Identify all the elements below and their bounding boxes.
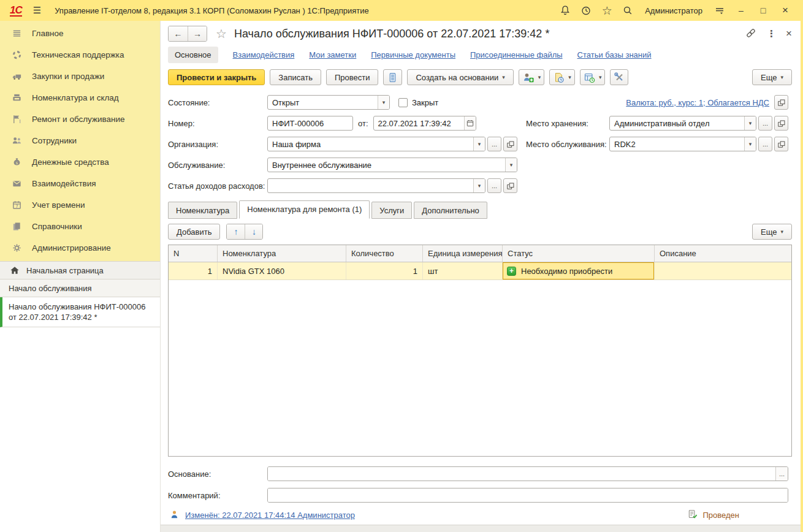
table-row[interactable]: 1 NVidia GTX 1060 1 шт + Необходимо прио… — [169, 262, 791, 280]
service-place-choose-button[interactable]: ... — [758, 137, 772, 151]
organization-combobox[interactable]: Наша фирма ▾ — [267, 137, 485, 151]
storage-place-choose-button[interactable]: ... — [758, 116, 772, 131]
notifications-bell-icon[interactable] — [557, 2, 574, 18]
more-button[interactable]: Еще ▾ — [752, 69, 792, 85]
basis-input[interactable] — [268, 467, 775, 481]
close-window-button[interactable]: × — [776, 2, 794, 18]
calendar-icon[interactable] — [464, 116, 476, 130]
comment-input[interactable] — [268, 488, 788, 502]
expense-item-dropdown-icon[interactable]: ▾ — [473, 179, 485, 192]
organization-open-button[interactable] — [503, 137, 517, 151]
expense-item-open-button[interactable] — [503, 178, 517, 193]
number-input[interactable]: НФИТ-000006 — [267, 116, 353, 131]
tab-nomenclature-for-repair[interactable]: Номенклатура для ремонта (1) — [239, 200, 370, 219]
expense-item-combobox[interactable]: ▾ — [267, 178, 485, 193]
post-button[interactable]: Провести — [326, 69, 379, 85]
sidebar-item-tech-support[interactable]: Техническая поддержка — [0, 44, 160, 66]
cell-n[interactable]: 1 — [169, 262, 218, 279]
main-menu-icon[interactable]: ☰ — [33, 5, 41, 16]
sidebar-item-label: Справочники — [32, 222, 82, 231]
tab-interactions[interactable]: Взаимодействия — [233, 50, 295, 59]
assign-person-button[interactable]: ▾ — [519, 69, 545, 85]
cell-status[interactable]: + Необходимо приобрести — [503, 262, 655, 279]
favorites-star-icon[interactable]: ☆ — [598, 2, 615, 18]
tab-primary-documents[interactable]: Первичные документы — [371, 50, 455, 59]
open-window-group-item[interactable]: Начало обслуживания — [0, 279, 160, 297]
move-row-up-button[interactable]: ↑ — [227, 224, 245, 239]
create-based-on-button[interactable]: Создать на основании ▾ — [407, 69, 513, 85]
sidebar-item-employees[interactable]: Сотрудники — [0, 130, 160, 151]
history-icon[interactable] — [577, 2, 595, 18]
service-place-combobox[interactable]: RDK2 ▾ — [609, 137, 756, 151]
add-row-button[interactable]: Добавить — [168, 224, 220, 240]
cell-nomenclature[interactable]: NVidia GTX 1060 — [218, 262, 346, 279]
service-type-combobox[interactable]: Внутреннее обслуживание ▾ — [267, 158, 517, 172]
state-combobox[interactable]: Открыт ▾ — [267, 95, 390, 110]
column-header-n[interactable]: N — [169, 245, 218, 262]
tab-attached-files[interactable]: Присоединенные файлы — [470, 50, 563, 59]
tab-main[interactable]: Основное — [168, 47, 218, 63]
basis-choose-button[interactable]: ... — [775, 467, 788, 481]
close-document-button[interactable]: × — [786, 28, 792, 40]
favorite-star-icon[interactable]: ☆ — [216, 26, 227, 41]
service-menu-icon[interactable] — [711, 2, 728, 18]
home-page-item[interactable]: Начальная страница — [0, 261, 160, 279]
column-header-unit[interactable]: Единица измерения — [423, 245, 503, 262]
move-row-down-button[interactable]: ↓ — [245, 224, 262, 239]
get-link-icon[interactable] — [745, 27, 757, 41]
create-task-button[interactable]: ▾ — [549, 69, 575, 85]
tab-nomenclature[interactable]: Номенклатура — [168, 202, 237, 219]
back-button[interactable]: ← — [169, 26, 188, 41]
organization-dropdown-icon[interactable]: ▾ — [473, 137, 485, 151]
sidebar-item-money[interactable]: s Денежные средства — [0, 151, 160, 173]
forward-button[interactable]: → — [188, 26, 207, 41]
sidebar-item-time-tracking[interactable]: 7 Учет времени — [0, 194, 160, 216]
storage-place-dropdown-icon[interactable]: ▾ — [744, 116, 756, 130]
current-user-label[interactable]: Администратор — [645, 6, 702, 15]
sidebar-item-main[interactable]: Главное — [0, 23, 160, 44]
modified-info-link[interactable]: Изменён: 22.07.2021 17:44:14 Администрат… — [185, 511, 355, 520]
maximize-button[interactable]: □ — [754, 2, 772, 18]
column-header-description[interactable]: Описание — [655, 245, 791, 262]
service-place-dropdown-icon[interactable]: ▾ — [744, 137, 756, 151]
reports-button[interactable]: ▾ — [580, 69, 606, 85]
organization-choose-button[interactable]: ... — [487, 137, 501, 151]
open-document-item[interactable]: Начало обслуживания НФИТ-000006 от 22.07… — [0, 297, 160, 327]
closed-checkbox[interactable] — [398, 98, 408, 107]
more-menu-kebab-icon[interactable]: ⋮ — [767, 28, 776, 39]
register-records-button[interactable] — [383, 69, 402, 85]
cell-quantity[interactable]: 1 — [346, 262, 423, 279]
save-button[interactable]: Записать — [270, 69, 321, 85]
tools-button[interactable] — [610, 69, 628, 85]
date-input[interactable]: 22.07.2021 17:39:42 — [373, 116, 476, 131]
column-header-nomenclature[interactable]: Номенклатура — [218, 245, 346, 262]
state-dropdown-icon[interactable]: ▾ — [378, 96, 389, 109]
sidebar-item-repair-service[interactable]: Ремонт и обслуживание — [0, 108, 160, 130]
cell-unit[interactable]: шт — [423, 262, 503, 279]
tab-services[interactable]: Услуги — [371, 202, 412, 219]
sidebar-item-interactions[interactable]: Взаимодействия — [0, 173, 160, 194]
storage-place-open-button[interactable] — [774, 116, 788, 131]
search-icon[interactable] — [619, 2, 636, 18]
expense-item-choose-button[interactable]: ... — [487, 178, 501, 193]
dropdown-caret-icon: ▾ — [502, 74, 505, 80]
currency-open-button[interactable] — [774, 95, 788, 110]
column-header-status[interactable]: Статус — [503, 245, 655, 262]
service-place-open-button[interactable] — [774, 137, 788, 151]
column-header-quantity[interactable]: Количество — [346, 245, 423, 262]
currency-link[interactable]: Валюта: руб., курс: 1; Облагается НДС — [626, 98, 769, 107]
sidebar-item-purchases-sales[interactable]: Закупки и продажи — [0, 66, 160, 87]
lifebuoy-icon — [11, 50, 23, 61]
sidebar-item-administration[interactable]: Администрирование — [0, 237, 160, 259]
storage-place-combobox[interactable]: Административный отдел ▾ — [609, 116, 756, 131]
cell-description[interactable] — [655, 262, 791, 279]
service-type-dropdown-icon[interactable]: ▾ — [505, 158, 517, 172]
tab-additional[interactable]: Дополнительно — [414, 202, 487, 219]
tab-my-notes[interactable]: Мои заметки — [309, 50, 356, 59]
post-and-close-button[interactable]: Провести и закрыть — [168, 69, 265, 85]
sidebar-item-catalogs[interactable]: Справочники — [0, 216, 160, 237]
grid-more-button[interactable]: Еще ▾ — [752, 224, 792, 240]
sidebar-item-nomenclature-warehouse[interactable]: Номенклатура и склад — [0, 87, 160, 108]
tab-knowledge-base[interactable]: Статьи базы знаний — [577, 50, 652, 59]
minimize-button[interactable]: – — [732, 2, 750, 18]
